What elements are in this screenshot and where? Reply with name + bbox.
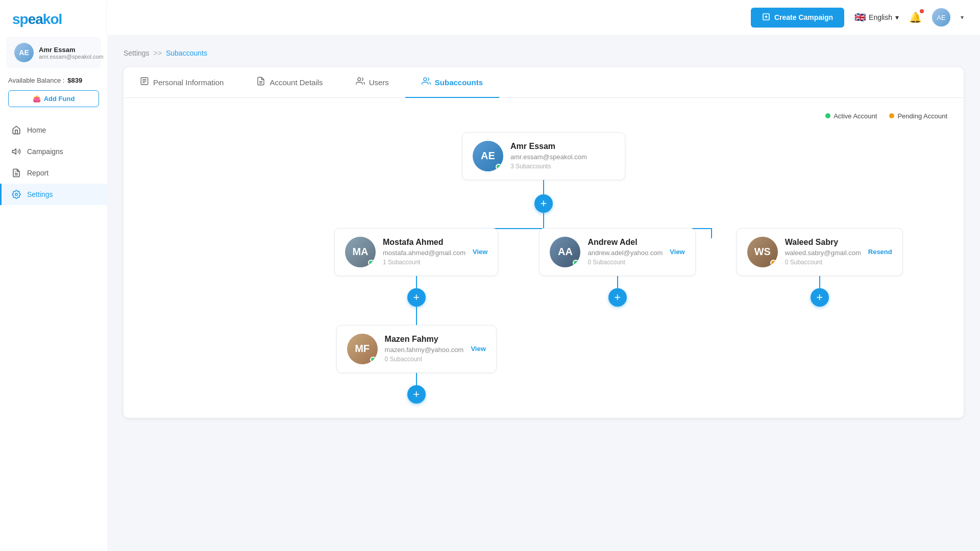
tabs-header: Personal Information Account Details Use…: [124, 67, 964, 98]
personal-info-label: Personal Information: [153, 78, 224, 87]
mazen-info: Mazen Fahmy mazen.fahmy@yahoo.com 0 Suba…: [385, 335, 464, 363]
sidebar-user-email: amr.essam@speakol.com: [39, 54, 104, 60]
sidebar: speakol AE Amr Essam amr.essam@speakol.c…: [0, 0, 107, 551]
andrew-email: andrew.adel@yahoo.com: [587, 249, 663, 257]
legend: Active Account Pending Account: [140, 112, 947, 120]
active-legend: Active Account: [825, 112, 877, 120]
mazen-connector-v: [416, 373, 417, 385]
breadcrumb-separator: >>: [154, 49, 162, 57]
add-fund-label: Add Fund: [44, 95, 75, 103]
sidebar-item-home[interactable]: Home: [0, 119, 107, 141]
sidebar-item-campaigns[interactable]: Campaigns: [0, 141, 107, 162]
balance-label: Available Balance :: [8, 77, 64, 84]
mostafa-name: Mostafa Ahmed: [383, 238, 465, 247]
tab-account-details[interactable]: Account Details: [240, 67, 339, 98]
tab-personal-information[interactable]: Personal Information: [124, 67, 240, 98]
center-v-line: [543, 213, 544, 228]
sidebar-home-label: Home: [27, 126, 46, 134]
subaccounts-label: Subaccounts: [435, 78, 483, 87]
andrew-status-dot: [573, 260, 579, 266]
sidebar-item-settings[interactable]: Settings: [0, 184, 107, 205]
sidebar-add-fund-container: 👛 Add Fund: [8, 90, 99, 107]
account-details-icon: [256, 77, 265, 88]
active-dot: [825, 113, 830, 118]
andrew-add-button[interactable]: +: [608, 288, 627, 307]
mazen-add-button[interactable]: +: [407, 385, 426, 404]
andrew-info: Andrew Adel andrew.adel@yahoo.com 0 Suba…: [587, 238, 663, 266]
svg-point-14: [424, 78, 427, 81]
balance-amount: $839: [67, 77, 82, 84]
report-icon: [12, 168, 21, 178]
sidebar-user: AE Amr Essam amr.essam@speakol.com: [6, 37, 101, 68]
sidebar-campaigns-label: Campaigns: [27, 147, 63, 156]
add-fund-button[interactable]: 👛 Add Fund: [8, 90, 99, 107]
mazen-name: Mazen Fahmy: [385, 335, 464, 344]
sidebar-user-avatar: AE: [14, 43, 34, 62]
language-label: English: [869, 13, 892, 21]
account-details-label: Account Details: [270, 78, 323, 87]
chevron-down-icon-user: ▾: [961, 14, 964, 21]
mostafa-gc-connector: [416, 307, 417, 325]
children-row: MA Mostafa Ahmed mostafa.ahmed@gmail.com…: [334, 228, 753, 404]
root-account-name: Amr Essam: [510, 142, 615, 151]
mostafa-view-button[interactable]: View: [473, 248, 487, 256]
waleed-status-dot: [770, 260, 776, 266]
create-campaign-label: Create Campaign: [774, 13, 833, 21]
main-content: Create Campaign 🇬🇧 English ▾ 🔔 AE ▾ Sett…: [107, 0, 980, 551]
breadcrumb-current: Subaccounts: [166, 49, 207, 57]
notification-badge: [920, 9, 924, 13]
breadcrumb-root: Settings: [124, 49, 150, 57]
pending-legend-label: Pending Account: [897, 112, 947, 120]
language-selector[interactable]: 🇬🇧 English ▾: [854, 12, 899, 23]
create-campaign-button[interactable]: Create Campaign: [751, 8, 844, 28]
bell-icon: 🔔: [909, 12, 922, 23]
child-waleed: WS Waleed Sabry waleed.sabry@gmail.com 0…: [737, 228, 903, 307]
root-account-email: amr.essam@speakol.com: [510, 153, 615, 161]
users-label: Users: [369, 78, 389, 87]
root-add-button[interactable]: +: [534, 194, 553, 213]
right-v-connector: [711, 228, 712, 238]
mostafa-connector-v: [416, 276, 417, 288]
waleed-resend-button[interactable]: Resend: [868, 248, 892, 256]
mostafa-subcount: 1 Subaccount: [383, 259, 465, 266]
create-campaign-icon: [762, 13, 770, 22]
andrew-view-button[interactable]: View: [670, 248, 684, 256]
waleed-connector-v: [819, 276, 820, 288]
tree-container: AE Amr Essam amr.essam@speakol.com 3 Sub…: [140, 132, 947, 404]
andrew-avatar: AA: [550, 237, 580, 267]
chevron-down-icon: ▾: [895, 13, 899, 21]
mazen-avatar: MF: [347, 334, 378, 364]
mostafa-add-button[interactable]: +: [407, 288, 426, 307]
root-connector-v: [543, 180, 544, 194]
personal-info-icon: [140, 77, 149, 88]
logo: speakol: [0, 0, 107, 37]
mostafa-info: Mostafa Ahmed mostafa.ahmed@gmail.com 1 …: [383, 238, 465, 266]
page-content: Settings >> Subaccounts Personal Informa…: [107, 35, 980, 551]
svg-marker-0: [13, 149, 16, 155]
tab-users[interactable]: Users: [339, 67, 405, 98]
settings-card: Personal Information Account Details Use…: [124, 67, 964, 418]
tab-subaccounts[interactable]: Subaccounts: [405, 67, 499, 98]
child-mostafa: MA Mostafa Ahmed mostafa.ahmed@gmail.com…: [334, 228, 498, 404]
waleed-add-button[interactable]: +: [811, 288, 829, 307]
sidebar-item-report[interactable]: Report: [0, 162, 107, 184]
waleed-email: waleed.sabry@gmail.com: [785, 249, 861, 257]
notifications[interactable]: 🔔: [909, 11, 922, 23]
subaccounts-content: Active Account Pending Account AE: [124, 98, 964, 418]
mazen-view-button[interactable]: View: [471, 345, 485, 353]
root-level: AE Amr Essam amr.essam@speakol.com 3 Sub…: [462, 132, 625, 213]
subaccounts-icon: [422, 77, 431, 88]
root-status-dot: [496, 164, 502, 170]
pending-dot: [889, 113, 894, 118]
mazen-email: mazen.fahmy@yahoo.com: [385, 346, 464, 354]
sidebar-balance: Available Balance : $839: [0, 72, 107, 88]
header: Create Campaign 🇬🇧 English ▾ 🔔 AE ▾: [107, 0, 980, 35]
mostafa-card: MA Mostafa Ahmed mostafa.ahmed@gmail.com…: [334, 228, 498, 276]
sidebar-report-label: Report: [27, 169, 48, 177]
root-account-info: Amr Essam amr.essam@speakol.com 3 Subacc…: [510, 142, 615, 170]
andrew-connector-v: [617, 276, 618, 288]
header-user-avatar[interactable]: AE: [932, 8, 950, 27]
mazen-status-dot: [370, 357, 376, 363]
wallet-icon: 👛: [33, 95, 41, 103]
root-avatar: AE: [473, 141, 503, 171]
